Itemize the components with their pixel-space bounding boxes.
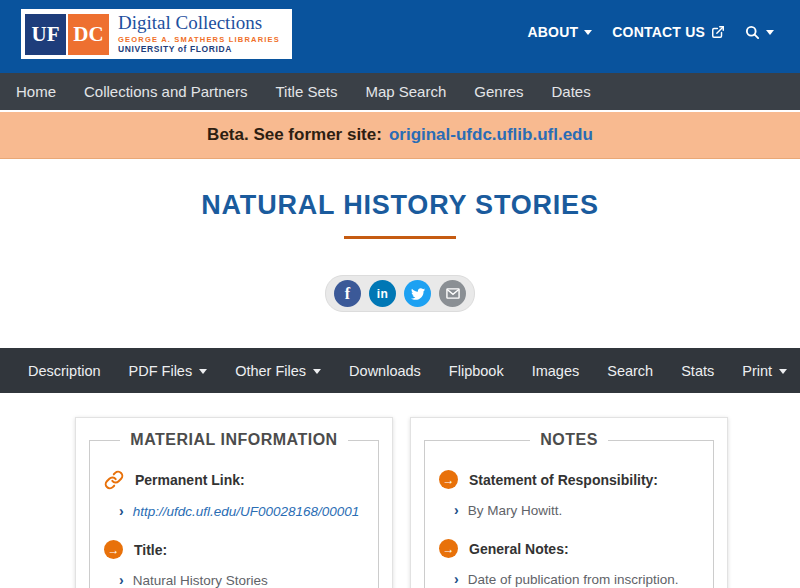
menu-item-label: CONTACT US bbox=[612, 24, 705, 40]
menu-item-label: ABOUT bbox=[527, 24, 578, 40]
panel-fieldset: NOTES→Statement of Responsibility:›By Ma… bbox=[424, 431, 714, 588]
nav-item-genres[interactable]: Genres bbox=[460, 74, 537, 109]
item-toolbar: DescriptionPDF FilesOther FilesDownloads… bbox=[0, 348, 800, 393]
metadata-value-text: Natural History Stories bbox=[133, 573, 268, 588]
logo-institution: UNIVERSITY of FLORIDA bbox=[118, 45, 280, 54]
metadata-value-row: ›By Mary Howitt. bbox=[454, 502, 699, 518]
menu-item-about[interactable]: ABOUT bbox=[517, 20, 602, 44]
nav-item-dates[interactable]: Dates bbox=[537, 74, 604, 109]
toolbar-images[interactable]: Images bbox=[518, 363, 594, 379]
panel-title: MATERIAL INFORMATION bbox=[120, 431, 347, 449]
logo-subtitle: GEORGE A. SMATHERS LIBRARIES bbox=[118, 36, 280, 44]
toolbar-stats[interactable]: Stats bbox=[667, 363, 728, 379]
menu-item-search[interactable] bbox=[735, 21, 784, 44]
toolbar-item-label: Images bbox=[532, 363, 580, 379]
page-title: NATURAL HISTORY STORIES bbox=[0, 190, 800, 221]
chevron-down-icon bbox=[766, 30, 774, 39]
chevron-right-icon: › bbox=[454, 502, 459, 518]
uf-logo-mark: UF bbox=[25, 14, 66, 55]
metadata-value-row: ›Date of publication from inscription. bbox=[454, 571, 699, 587]
share-twitter-button[interactable] bbox=[404, 280, 431, 307]
nav-item-home[interactable]: Home bbox=[2, 74, 70, 109]
toolbar-downloads[interactable]: Downloads bbox=[335, 363, 435, 379]
chevron-right-icon: › bbox=[454, 571, 459, 587]
metadata-label-text: Permanent Link: bbox=[135, 472, 245, 488]
arrow-circle-icon: → bbox=[104, 540, 123, 559]
toolbar-left: DescriptionPDF FilesOther FilesDownloads… bbox=[14, 363, 667, 379]
panels: MATERIAL INFORMATIONPermanent Link:›http… bbox=[0, 393, 800, 588]
chevron-right-icon: › bbox=[119, 503, 124, 519]
hero: NATURAL HISTORY STORIES fin bbox=[0, 159, 800, 312]
metadata-value-text: Date of publication from inscription. bbox=[468, 572, 679, 587]
toolbar-other-files[interactable]: Other Files bbox=[221, 363, 335, 379]
toolbar-item-label: Stats bbox=[681, 363, 714, 379]
toolbar-pdf-files[interactable]: PDF Files bbox=[115, 363, 222, 379]
toolbar-print[interactable]: Print bbox=[728, 363, 800, 379]
toolbar-item-label: Description bbox=[28, 363, 101, 379]
search-icon bbox=[745, 25, 760, 40]
nav-item-collections-and-partners[interactable]: Collections and Partners bbox=[70, 74, 261, 109]
link-icon bbox=[104, 470, 124, 490]
main-nav: HomeCollections and PartnersTitle SetsMa… bbox=[0, 73, 800, 110]
chevron-down-icon bbox=[199, 369, 207, 378]
chevron-down-icon bbox=[779, 369, 787, 378]
twitter-bird-icon bbox=[411, 288, 425, 300]
chevron-down-icon bbox=[584, 30, 592, 39]
chevron-right-icon: › bbox=[119, 572, 124, 588]
toolbar-item-label: PDF Files bbox=[129, 363, 193, 379]
metadata-value-row: ›Natural History Stories bbox=[119, 572, 364, 588]
envelope-icon bbox=[446, 288, 460, 299]
toolbar-item-label: Flipbook bbox=[449, 363, 504, 379]
permanent-link[interactable]: http://ufdc.ufl.edu/UF00028168/00001 bbox=[133, 504, 360, 519]
toolbar-description[interactable]: Description bbox=[14, 363, 115, 379]
external-link-icon bbox=[711, 25, 725, 39]
metadata-label-text: General Notes: bbox=[469, 541, 569, 557]
site-header: UF DC Digital Collections GEORGE A. SMAT… bbox=[0, 0, 800, 73]
logo-title: Digital Collections bbox=[118, 13, 280, 34]
share-facebook-button[interactable]: f bbox=[334, 280, 361, 307]
toolbar-item-label: Other Files bbox=[235, 363, 306, 379]
panel-material-information: MATERIAL INFORMATIONPermanent Link:›http… bbox=[75, 417, 393, 588]
toolbar-item-label: Print bbox=[742, 363, 772, 379]
metadata-label-statement-of-responsibility: →Statement of Responsibility: bbox=[439, 470, 699, 489]
share-linkedin-button[interactable]: in bbox=[369, 280, 396, 307]
dc-logo-mark: DC bbox=[68, 14, 109, 55]
menu-item-contact-us[interactable]: CONTACT US bbox=[602, 20, 735, 44]
page: UF DC Digital Collections GEORGE A. SMAT… bbox=[0, 0, 800, 588]
panel-notes: NOTES→Statement of Responsibility:›By Ma… bbox=[410, 417, 728, 588]
nav-item-map-search[interactable]: Map Search bbox=[351, 74, 460, 109]
metadata-label-text: Statement of Responsibility: bbox=[469, 472, 658, 488]
chevron-down-icon bbox=[313, 369, 321, 378]
panel-title: NOTES bbox=[530, 431, 608, 449]
toolbar-search[interactable]: Search bbox=[593, 363, 667, 379]
arrow-circle-icon: → bbox=[439, 539, 458, 558]
panel-fieldset: MATERIAL INFORMATIONPermanent Link:›http… bbox=[89, 431, 379, 588]
toolbar-flipbook[interactable]: Flipbook bbox=[435, 363, 518, 379]
beta-banner: Beta. See former site: original-ufdc.ufl… bbox=[0, 112, 800, 159]
header-menu: ABOUTCONTACT US bbox=[517, 20, 784, 44]
metadata-value-row: ›http://ufdc.ufl.edu/UF00028168/00001 bbox=[119, 503, 364, 519]
metadata-label-text: Title: bbox=[134, 542, 167, 558]
toolbar-item-label: Downloads bbox=[349, 363, 421, 379]
arrow-circle-icon: → bbox=[439, 470, 458, 489]
former-site-link[interactable]: original-ufdc.uflib.ufl.edu bbox=[389, 125, 593, 145]
metadata-value-text: By Mary Howitt. bbox=[468, 503, 563, 518]
metadata-label-permanent-link: Permanent Link: bbox=[104, 470, 364, 490]
metadata-label-general-notes: →General Notes: bbox=[439, 539, 699, 558]
logo-text: Digital Collections GEORGE A. SMATHERS L… bbox=[118, 13, 280, 54]
beta-banner-text: Beta. See former site: bbox=[207, 125, 382, 145]
share-email-button[interactable] bbox=[439, 280, 466, 307]
toolbar-right: StatsPrintSend bbox=[667, 363, 800, 379]
social-bar: fin bbox=[325, 275, 475, 312]
ufdc-logo[interactable]: UF DC Digital Collections GEORGE A. SMAT… bbox=[21, 9, 292, 59]
metadata-label-title: →Title: bbox=[104, 540, 364, 559]
nav-item-title-sets[interactable]: Title Sets bbox=[261, 74, 351, 109]
toolbar-item-label: Search bbox=[607, 363, 653, 379]
